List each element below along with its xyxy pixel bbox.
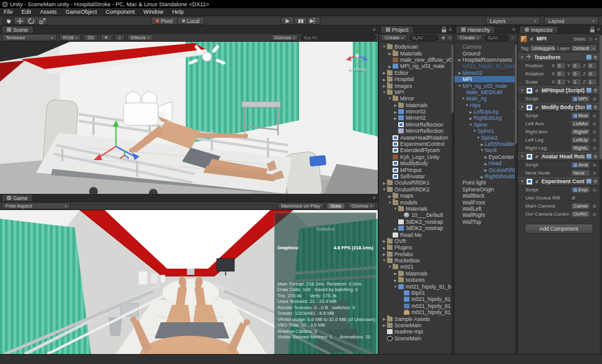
project-tree-row[interactable]: ▶ MPI_rig_v03_male xyxy=(379,63,451,69)
hierarchy-tree-row[interactable]: ▼ Spine xyxy=(454,122,515,128)
property-value-field[interactable]: AvatarHeadRotation xyxy=(571,161,590,168)
active-checkbox[interactable]: ✓ xyxy=(529,36,535,42)
save-search-star-icon[interactable]: ☆ xyxy=(511,35,515,41)
axis-value-field[interactable]: 1 xyxy=(587,79,597,85)
persp-label[interactable]: ◄ Persp xyxy=(343,67,371,72)
static-checkbox[interactable] xyxy=(588,36,593,42)
panel-menu-icon[interactable]: ≡ xyxy=(512,27,515,32)
2d-toggle[interactable]: 2D xyxy=(84,34,97,41)
hierarchy-tree-row[interactable]: ▼ Neck xyxy=(454,147,515,153)
property-checkbox[interactable]: ✓ xyxy=(571,195,576,201)
project-tree-row[interactable]: ▶ OVR xyxy=(379,238,451,244)
hierarchy-tree-row[interactable]: ▶ Head xyxy=(454,160,515,166)
project-tree-row[interactable]: ▶ Images xyxy=(379,82,451,89)
axis-value-field[interactable]: 0 xyxy=(556,62,566,69)
gear-icon[interactable]: ⚙ xyxy=(593,55,598,60)
lock-icon[interactable] xyxy=(590,29,595,32)
expander-icon[interactable]: ▼ xyxy=(381,259,387,262)
project-tree-row[interactable]: ▶ Materials xyxy=(379,50,451,56)
audio-toggle[interactable]: ♪ xyxy=(115,34,125,41)
expander-icon[interactable]: ▶ xyxy=(479,142,485,146)
scene-gizmos-dropdown[interactable]: Gizmos▾ xyxy=(270,34,299,41)
component-enabled-checkbox[interactable]: ✓ xyxy=(534,179,540,184)
project-tree-row[interactable]: ▼ Bodyscan xyxy=(379,44,451,50)
axis-value-field[interactable]: 1 xyxy=(571,79,581,85)
project-tree-row[interactable]: MPIInput xyxy=(379,166,451,173)
layer-dropdown[interactable]: Default▾ xyxy=(571,45,597,52)
axis-value-field[interactable]: 1 xyxy=(556,79,566,85)
project-tree-row[interactable]: m021_hipoly_81_bones xyxy=(379,303,451,309)
layout-dropdown[interactable]: Layout▾ xyxy=(544,17,599,25)
project-tree-row[interactable]: ▼ OculusRiftDK2 xyxy=(379,186,451,193)
gear-icon[interactable]: ⚙ xyxy=(593,154,598,160)
expander-icon[interactable]: ▶ xyxy=(393,116,398,120)
expander-icon[interactable]: ▶ xyxy=(468,116,474,120)
expander-icon[interactable]: ▼ xyxy=(468,123,474,127)
expander-icon[interactable]: ▶ xyxy=(457,70,462,75)
expander-icon[interactable]: ▼ xyxy=(457,84,462,88)
expander-icon[interactable]: ▶ xyxy=(381,84,387,88)
maximize-on-play-toggle[interactable]: Maximize on Play xyxy=(277,203,324,209)
lighting-toggle[interactable]: ☀ xyxy=(100,34,112,41)
project-tree-row[interactable]: ▶ Materials xyxy=(379,102,451,108)
component-enabled-checkbox[interactable]: ✓ xyxy=(534,154,540,160)
hierarchy-tree-row[interactable]: ▶ EyeCenter xyxy=(454,154,515,160)
hierarchy-create-dropdown[interactable]: Create▾ xyxy=(456,34,482,41)
hierarchy-tree-row[interactable]: m021_hipoly_81_bones xyxy=(454,63,515,69)
local-toggle[interactable]: Local xyxy=(177,17,204,25)
expander-icon[interactable]: ▼ xyxy=(520,180,525,183)
pivot-toggle[interactable]: Pivot xyxy=(151,17,178,25)
property-value-field[interactable]: Neck xyxy=(571,170,590,176)
property-value-field[interactable]: OVRCameraController xyxy=(571,211,590,218)
hierarchy-tree-row[interactable]: ▼ Spine2 xyxy=(454,134,515,140)
menu-item[interactable]: Edit xyxy=(22,9,32,15)
help-book-icon[interactable] xyxy=(586,179,591,184)
expander-icon[interactable]: ▼ xyxy=(387,201,393,204)
expander-icon[interactable]: ▶ xyxy=(468,110,474,114)
help-book-icon[interactable] xyxy=(586,55,591,60)
hierarchy-tree-row[interactable]: ▶ LeftShoulder xyxy=(454,141,515,147)
game-gizmos-dropdown[interactable]: Gizmos▾ xyxy=(348,203,376,209)
property-value-field[interactable]: ModifyBody xyxy=(571,112,590,119)
project-tree-row[interactable]: ▼ m021 xyxy=(379,264,451,270)
component-enabled-checkbox[interactable]: ✓ xyxy=(534,105,540,110)
expander-icon[interactable]: ▶ xyxy=(381,70,387,75)
expander-icon[interactable]: ▶ xyxy=(381,239,387,243)
project-tree-row[interactable]: 3dDK2_nostrap xyxy=(379,219,451,225)
expander-icon[interactable]: ▶ xyxy=(483,161,489,166)
expander-icon[interactable]: ▼ xyxy=(387,265,393,269)
project-tree-row[interactable]: MirrorReflection xyxy=(379,122,451,128)
project-tree-row[interactable]: ▶ Mirror02 xyxy=(379,115,451,121)
project-tree-row[interactable]: ▶ mirror02 xyxy=(379,108,451,115)
object-picker-icon[interactable]: ⊙ xyxy=(592,171,597,176)
project-tree-row[interactable]: ▶ Editor xyxy=(379,70,451,76)
tab-inspector[interactable]: Inspector xyxy=(519,26,558,33)
object-picker-icon[interactable]: ⊙ xyxy=(592,97,597,102)
object-picker-icon[interactable]: ⊙ xyxy=(592,204,597,209)
tab-hierarchy[interactable]: Hierarchy xyxy=(456,26,495,33)
project-tree-row[interactable]: ▶ maps xyxy=(379,193,451,199)
object-picker-icon[interactable]: ⊙ xyxy=(592,113,597,118)
tab-game[interactable]: Game xyxy=(1,194,33,201)
project-tree-row[interactable]: ▼ Rocketbox xyxy=(379,257,451,264)
hierarchy-tree-row[interactable]: WallBack xyxy=(454,193,515,199)
project-tree-row[interactable]: Kyb_Logo_Unity xyxy=(379,154,451,160)
expander-icon[interactable]: ▼ xyxy=(520,155,525,158)
search-by-type-icon[interactable]: ◈ xyxy=(441,35,445,41)
hierarchy-tree-row[interactable]: WallFront xyxy=(454,199,515,205)
menu-item[interactable]: GameObject xyxy=(65,9,97,15)
layers-dropdown[interactable]: Layers▾ xyxy=(485,17,540,25)
gear-icon[interactable]: ⚙ xyxy=(593,179,598,184)
project-tree-row[interactable]: ModifyBody xyxy=(379,160,451,166)
game-viewport[interactable]: Statistics Graphics: 4.6 FPS (218.1ms) M… xyxy=(0,210,378,354)
property-value-field[interactable]: RightArm xyxy=(571,128,590,135)
project-tree-row[interactable]: m021_hipoly_81_bonesAva xyxy=(379,309,451,315)
menu-item[interactable]: Assets xyxy=(40,9,57,15)
project-tree-row[interactable]: 10___Default xyxy=(379,212,451,218)
expander-icon[interactable]: ▼ xyxy=(393,207,398,211)
expander-icon[interactable]: ▶ xyxy=(393,278,398,282)
hierarchy-tree-row[interactable]: Ground xyxy=(454,50,515,56)
project-tree-row[interactable]: ▶ Hospital xyxy=(379,76,451,82)
component-enabled-checkbox[interactable]: ✓ xyxy=(534,88,540,93)
axis-value-field[interactable]: 0 xyxy=(556,70,566,77)
